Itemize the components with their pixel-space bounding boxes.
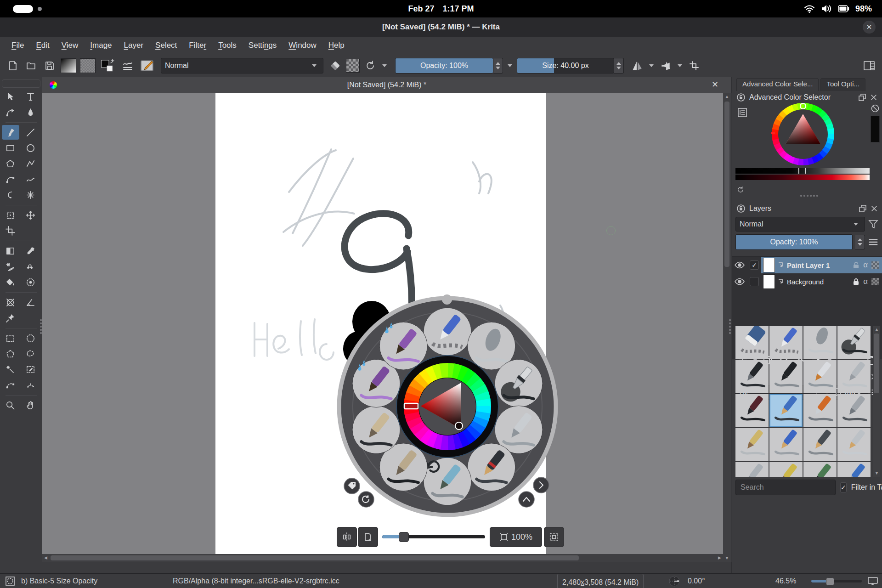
- image-dimensions[interactable]: 2,480 x 3,508 (54.2 MiB): [557, 574, 644, 588]
- acs-hue-strip[interactable]: [735, 175, 870, 180]
- dock-splitter-grip[interactable]: [729, 317, 731, 336]
- assistants-tool[interactable]: [2, 295, 19, 310]
- rectangular-selection-tool[interactable]: [2, 331, 19, 345]
- acs-color-wheel[interactable]: [769, 101, 837, 170]
- layer-alpha-channel-icon[interactable]: [871, 278, 879, 285]
- tab-advanced-color-selector[interactable]: Advanced Color Sele...: [736, 78, 819, 91]
- eraser-mode-button[interactable]: [328, 58, 343, 74]
- rectangle-tool[interactable]: [2, 141, 19, 155]
- layer-opacity-spinner[interactable]: [855, 235, 865, 249]
- close-docker-icon[interactable]: [870, 94, 877, 101]
- layer-alpha-icon[interactable]: α: [863, 277, 868, 286]
- layer-lock-icon[interactable]: [853, 278, 859, 285]
- menu-tools[interactable]: Tools: [213, 39, 242, 52]
- brush-preset-eraser-soft[interactable]: [803, 326, 837, 359]
- gradient-swatch[interactable]: [61, 58, 76, 73]
- brush-preset-pencil-tilt[interactable]: [837, 428, 871, 461]
- colorize-mask-tool[interactable]: [2, 259, 19, 274]
- foreground-background-colors[interactable]: [99, 58, 117, 74]
- float-docker-icon[interactable]: [859, 204, 867, 213]
- acs-no-color-icon[interactable]: [871, 104, 880, 113]
- mirror-vertical-button[interactable]: [658, 58, 673, 74]
- brush-preset-pen-blue[interactable]: [837, 462, 871, 477]
- canvas-zoom-slider[interactable]: [382, 535, 485, 538]
- brush-preset-pencil-blue[interactable]: [769, 428, 803, 461]
- opacity-slider[interactable]: Opacity: 100%: [395, 58, 493, 74]
- reference-images-tool[interactable]: [2, 311, 19, 325]
- layers-menu-icon[interactable]: [868, 237, 879, 247]
- polygon-tool[interactable]: [2, 156, 19, 171]
- inherit-alpha-icon[interactable]: [778, 262, 784, 268]
- current-brush-preset[interactable]: b) Basic-5 Size Opacity: [21, 574, 97, 588]
- menu-view[interactable]: View: [57, 39, 84, 52]
- acs-last-color-swatch[interactable]: [871, 116, 880, 142]
- new-document-button[interactable]: [5, 58, 21, 74]
- brush-preset-ink-pen[interactable]: [735, 360, 769, 393]
- fit-canvas-button[interactable]: [544, 527, 564, 547]
- polygonal-selection-tool[interactable]: [2, 346, 19, 361]
- size-slider[interactable]: Size: 40.00 px: [517, 58, 614, 74]
- magnetic-selection-tool[interactable]: [22, 378, 40, 392]
- selection-mode-icon[interactable]: [5, 574, 16, 588]
- palette-slot-bristles-round[interactable]: [352, 406, 400, 453]
- layer-row-background[interactable]: Backgroundα: [732, 273, 882, 290]
- menu-select[interactable]: Select: [150, 39, 182, 52]
- move-tool[interactable]: [22, 208, 40, 222]
- brush-preset-metal-pen[interactable]: [735, 462, 769, 477]
- layer-opacity-slider[interactable]: Opacity: 100%: [735, 234, 853, 250]
- layer-lock-icon[interactable]: [853, 261, 859, 269]
- zoom-slider[interactable]: [811, 574, 862, 588]
- ellipse-tool[interactable]: [22, 141, 40, 155]
- layer-select-checkbox[interactable]: ✓: [747, 257, 761, 273]
- acs-settings-icon[interactable]: [737, 107, 747, 118]
- menu-settings[interactable]: Settings: [243, 39, 282, 52]
- menu-window[interactable]: Window: [283, 39, 321, 52]
- tab-tool-options[interactable]: Tool Opti...: [820, 78, 865, 91]
- mirror-view-button[interactable]: [337, 527, 357, 547]
- acs-value-strip[interactable]: [735, 168, 870, 174]
- brush-preset-pen-green[interactable]: [803, 462, 837, 477]
- window-close-button[interactable]: ✕: [863, 21, 876, 34]
- menu-edit[interactable]: Edit: [31, 39, 54, 52]
- gradient-editor-button[interactable]: [120, 58, 136, 74]
- menu-file[interactable]: File: [6, 39, 29, 52]
- fill-tool[interactable]: [2, 275, 19, 289]
- reload-preset-button[interactable]: [362, 58, 378, 74]
- lock-docker-icon[interactable]: [736, 93, 746, 102]
- palette-next-page-button[interactable]: [533, 477, 549, 493]
- palette-expand-button[interactable]: [519, 492, 534, 507]
- lock-docker-icon[interactable]: [736, 204, 746, 213]
- similar-color-selection-tool[interactable]: [2, 362, 19, 377]
- layer-name[interactable]: Paint Layer 1: [787, 261, 850, 269]
- layer-alpha-icon[interactable]: α: [863, 260, 868, 270]
- pan-tool[interactable]: [22, 398, 40, 413]
- brush-preset-pencil-soft[interactable]: [735, 428, 769, 461]
- popup-palette[interactable]: [334, 294, 560, 520]
- layer-blending-mode-dropdown[interactable]: Normal: [735, 217, 865, 232]
- brush-preset-marker-dry[interactable]: [735, 394, 769, 427]
- edit-shapes-tool[interactable]: [2, 105, 19, 119]
- palette-rotation-reset-button[interactable]: [358, 492, 374, 507]
- brush-preset-pencil-rough[interactable]: [837, 394, 871, 427]
- polyline-tool[interactable]: [22, 156, 40, 171]
- float-docker-icon[interactable]: [858, 93, 866, 102]
- canvas-horizontal-scrollbar[interactable]: ◀ ▶: [42, 554, 723, 562]
- palette-tag-button[interactable]: [344, 478, 360, 494]
- chevron-down-icon[interactable]: [382, 64, 387, 67]
- brush-preset-pencil-curve[interactable]: [769, 462, 803, 477]
- filter-in-tag-checkbox[interactable]: ✓: [840, 482, 847, 492]
- color-sampler-tool[interactable]: [22, 243, 40, 258]
- palette-slot-marker-chisel[interactable]: [424, 458, 471, 505]
- brush-preset-pencil-hb[interactable]: [803, 394, 837, 427]
- brush-preset-pen-soft[interactable]: [837, 360, 871, 393]
- inherit-alpha-icon[interactable]: [778, 278, 784, 285]
- crop-tool[interactable]: [2, 223, 19, 238]
- brush-preset-eraser-block[interactable]: [735, 326, 769, 359]
- line-tool[interactable]: [22, 125, 40, 140]
- select-shapes-tool[interactable]: [2, 89, 19, 104]
- brush-preset-fineliner[interactable]: [803, 360, 837, 393]
- chevron-down-icon[interactable]: [508, 64, 512, 67]
- layer-name[interactable]: Background: [787, 278, 850, 286]
- rotation-dial-icon[interactable]: [668, 574, 680, 588]
- multibrush-tool[interactable]: [22, 187, 40, 202]
